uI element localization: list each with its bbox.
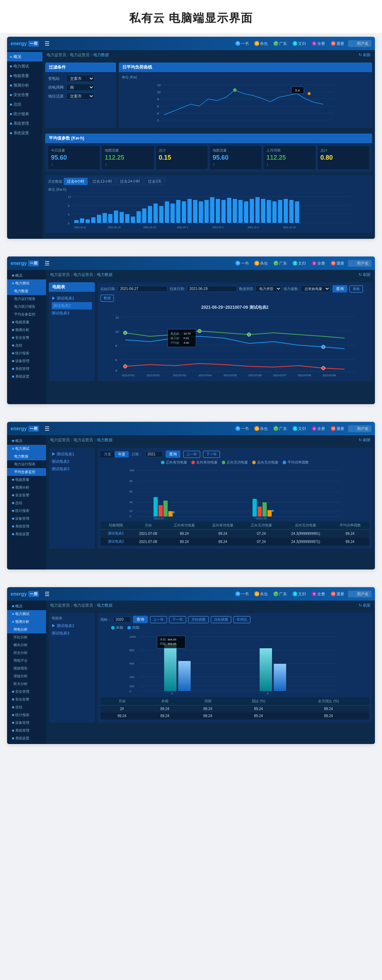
nav-item-lock-3[interactable]: 锁通册: [329, 426, 346, 431]
nav-item-doc-3[interactable]: 文文归: [291, 426, 308, 431]
meter-item3-3[interactable]: 测试电表3: [52, 465, 92, 473]
sidebar3-stats[interactable]: 统计报表: [7, 507, 46, 515]
sidebar4-horizontal[interactable]: 横向分析: [7, 641, 46, 649]
location-select[interactable]: 交案市: [66, 92, 94, 100]
nav-user-1[interactable]: 👤 用户名: [348, 40, 371, 47]
sidebar4-sys-set[interactable]: 系统设置: [7, 735, 46, 742]
nav-item-bug[interactable]: 虫 杀虫: [253, 41, 270, 46]
sidebar4-elec-analysis[interactable]: 用电分析: [7, 626, 46, 633]
usage-year-input[interactable]: [113, 616, 131, 622]
nav-item-all-2[interactable]: 全全册: [310, 261, 327, 266]
nav-item-region-4[interactable]: 广广东: [272, 592, 289, 597]
sidebar-item-elec-quality[interactable]: 电能质量: [7, 71, 42, 81]
sidebar4-sys-mgmt[interactable]: 系统管理: [7, 727, 46, 735]
nav-item-book-3[interactable]: 书一书: [233, 426, 251, 431]
refresh-btn-4[interactable]: ↻ 刷新: [359, 603, 371, 608]
sidebar2-sys-mgmt[interactable]: 系统管理: [7, 365, 46, 373]
nav-item-all-3[interactable]: 全全册: [310, 426, 327, 431]
nav-item-all[interactable]: 全 全册: [310, 41, 327, 46]
meter-item3-2[interactable]: 测试电表2: [52, 458, 92, 465]
meter-item3-1[interactable]: ▶ 测试电表1: [52, 450, 92, 458]
usage-query-btn[interactable]: 查询: [133, 616, 148, 623]
year-query-btn[interactable]: 查询: [166, 450, 181, 458]
nav-item-region-3[interactable]: 广广东: [272, 426, 289, 431]
sidebar4-shift[interactable]: 班次分析: [7, 649, 46, 657]
nav-item-lock-2[interactable]: 锁通册: [329, 261, 346, 266]
year-tab[interactable]: 年度: [115, 451, 129, 458]
sidebar2-avg-monitor[interactable]: 平均合参监控: [7, 310, 46, 318]
sidebar3-avg-monitor[interactable]: 平均合参监控: [7, 468, 46, 476]
prev-year-btn[interactable]: 上一年: [183, 451, 200, 458]
sidebar-item-stats[interactable]: 统计报表: [7, 109, 42, 119]
sidebar2-predict[interactable]: 预测分析: [7, 326, 46, 334]
sidebar2-elec-test[interactable]: 电力测试: [7, 280, 46, 287]
sidebar3-run-report[interactable]: 电力运行报表: [7, 460, 46, 468]
nav-item-bug-4[interactable]: 虫杀虫: [253, 592, 270, 597]
sidebar2-summary[interactable]: 总结: [7, 342, 46, 349]
sidebar2-overview[interactable]: 概况: [7, 272, 46, 280]
sidebar2-sys-set[interactable]: 系统设置: [7, 373, 46, 380]
daily-bar-btn[interactable]: 日柱状图: [211, 616, 231, 623]
year-compare-btn[interactable]: 年对比: [233, 616, 251, 623]
nav-item-all-4[interactable]: 全全册: [310, 592, 327, 597]
sidebar-item-predict[interactable]: 预测分析: [7, 81, 42, 90]
grid-select[interactable]: 南: [66, 84, 94, 91]
query-type-select[interactable]: 总有效电量: [300, 285, 330, 292]
menu-icon-3[interactable]: ☰: [45, 425, 50, 432]
meter-item-2[interactable]: 测试电表2: [52, 302, 92, 309]
sidebar4-safety-mgmt[interactable]: 安全管理: [7, 688, 46, 695]
nav-item-region-2[interactable]: 广广东: [272, 261, 289, 266]
nav-user-4[interactable]: 👤用户名: [348, 591, 371, 597]
nav-item-doc-4[interactable]: 文文归: [291, 592, 308, 597]
sidebar3-elec-quality[interactable]: 电能质量: [7, 476, 46, 484]
sidebar2-elec-data[interactable]: 电力数据: [7, 287, 46, 295]
tab-12h[interactable]: 过去12小时: [89, 178, 115, 185]
sidebar4-overview[interactable]: 概况: [7, 602, 46, 610]
table-btn[interactable]: 表格: [350, 285, 363, 293]
query-button[interactable]: 查询: [332, 285, 347, 293]
sidebar-item-summary[interactable]: 总结: [7, 100, 42, 109]
year-input[interactable]: [145, 451, 163, 457]
sidebar2-run-report[interactable]: 电力运行报表: [7, 295, 46, 303]
sidebar3-alarm[interactable]: 安全告警: [7, 492, 46, 499]
nav-user-3[interactable]: 👤用户名: [348, 425, 371, 432]
end-date-input[interactable]: [187, 286, 237, 292]
sidebar-item-alarm[interactable]: 安全告警: [7, 90, 42, 100]
sidebar4-alarm[interactable]: 安全告警: [7, 695, 46, 703]
menu-icon-1[interactable]: ☰: [45, 40, 50, 47]
sidebar-item-sys-settings[interactable]: 系统设置: [7, 128, 42, 138]
nav-item-doc-2[interactable]: 文文归: [291, 261, 308, 266]
sidebar4-platform[interactable]: 用电平台: [7, 657, 46, 665]
meter-item4-1[interactable]: ▶ 测试电表2: [52, 622, 92, 630]
sidebar3-device[interactable]: 设备管理: [7, 515, 46, 522]
month-tab[interactable]: 月度: [101, 451, 115, 458]
nav-item-doc[interactable]: 文 文归: [291, 41, 308, 46]
sidebar3-elec-data[interactable]: 电力数据: [7, 453, 46, 460]
tab-3d[interactable]: 过去3天: [145, 178, 165, 185]
data-btn[interactable]: 数据: [101, 294, 114, 302]
sidebar4-stats[interactable]: 统计报表: [7, 711, 46, 719]
sidebar2-alarm[interactable]: 安全告警: [7, 334, 46, 342]
sidebar2-stats[interactable]: 统计报表: [7, 349, 46, 357]
meter-item4-2[interactable]: 测试电表3: [52, 630, 92, 637]
sidebar3-summary[interactable]: 总结: [7, 499, 46, 507]
sidebar4-elec-test[interactable]: 电力测试: [7, 610, 46, 618]
sidebar3-sys-set[interactable]: 系统设置: [7, 530, 46, 538]
nav-item-region[interactable]: 广 广东: [272, 41, 289, 46]
sidebar-item-overview[interactable]: 概况: [7, 52, 42, 62]
nav-item-book-4[interactable]: 书一书: [233, 592, 251, 597]
tab-4h[interactable]: 过去4小时: [64, 178, 88, 185]
sidebar3-overview[interactable]: 概况: [7, 437, 46, 445]
sidebar2-elec-quality[interactable]: 电能质量: [7, 318, 46, 326]
meter-item-1[interactable]: ▶ 测试电表1: [52, 294, 92, 302]
sidebar3-elec-test[interactable]: 电力测试: [7, 445, 46, 453]
next-year-btn-4[interactable]: 下一年: [169, 616, 186, 623]
start-date-input[interactable]: [118, 286, 168, 292]
monthly-bar-btn[interactable]: 月柱状图: [188, 616, 209, 623]
refresh-btn-3[interactable]: ↻ 刷新: [359, 438, 371, 443]
refresh-btn-1[interactable]: ↻ 刷新: [359, 52, 371, 57]
sidebar3-predict[interactable]: 预测分析: [7, 484, 46, 492]
nav-item-book[interactable]: 书 一书: [233, 41, 251, 46]
nav-item-bug-3[interactable]: 虫杀虫: [253, 426, 270, 431]
sidebar4-predict[interactable]: 预测分析: [7, 618, 46, 626]
